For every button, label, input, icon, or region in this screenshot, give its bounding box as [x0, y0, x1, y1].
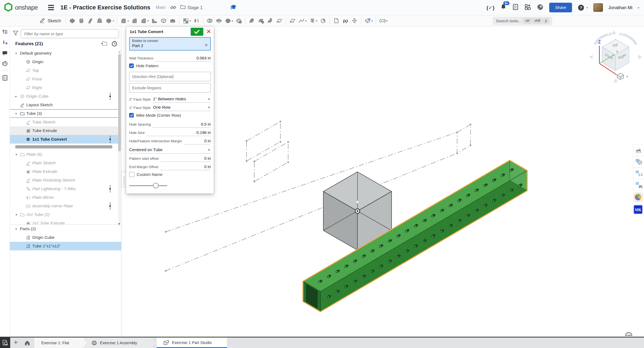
home-tab-button[interactable]: [21, 338, 33, 348]
toolbar-replace-face-button[interactable]: [275, 16, 284, 25]
toolbar-delete-part-button[interactable]: [234, 16, 243, 25]
tab-exercise-1-flat[interactable]: Exercise 1: Flat: [34, 338, 87, 348]
toolbar-extrude-button[interactable]: [68, 16, 77, 25]
dropdown-select[interactable]: 1" Between Holes▾: [153, 97, 211, 103]
toolbar-move-face-button[interactable]: [266, 16, 275, 25]
toolbar-modify-fillet-button[interactable]: [247, 16, 256, 25]
notifications-button[interactable]: 9+: [500, 3, 507, 12]
toolbar-variable-studio-button[interactable]: (x): [341, 16, 350, 25]
toolbar-thicken-button[interactable]: ▾: [104, 16, 115, 25]
tree-item-plate-mirror[interactable]: Plate Mirror: [10, 193, 121, 202]
tree-item-assembly-mirror-plate[interactable]: AmAssembly mirror Plate: [10, 202, 121, 210]
tab-manager-button[interactable]: [0, 338, 10, 348]
draft-dropdown-caret[interactable]: ▾: [147, 19, 149, 22]
document-title[interactable]: 1E - Practice Exercise Solutions: [60, 4, 150, 11]
dropdown-select[interactable]: Centered on Tube▾: [129, 147, 211, 154]
dialog-cancel-button[interactable]: ✕: [206, 29, 211, 35]
toolbar-linear-pattern-button[interactable]: ▾: [181, 16, 192, 25]
fillet-dropdown-caret[interactable]: ▾: [127, 19, 129, 22]
toolbar-custom-features-button[interactable]: {}▾: [378, 16, 389, 25]
add-tab-button[interactable]: +: [10, 338, 21, 348]
toolbar-revolve-button[interactable]: [77, 16, 86, 25]
filter-input[interactable]: [21, 29, 119, 38]
tree-item-2x1-tube-2-[interactable]: ▾2x1 Tube (2): [10, 210, 121, 219]
tree-item-1x1-tube-convert[interactable]: 1x1 Tube Convert: [10, 135, 121, 144]
tree-item-origin-cube[interactable]: Origin Cube: [10, 233, 121, 242]
toolbar-mirror-button[interactable]: [192, 16, 201, 25]
sheet-metal-table-button[interactable]: [633, 156, 644, 168]
tab-exercise-1-part-studio[interactable]: Exercise 1 Part Studio: [157, 338, 227, 348]
tree-item-origin-cube[interactable]: ▸Origin Cube: [10, 92, 121, 101]
tree-item-default-geometry[interactable]: ▾Default geometry: [10, 49, 121, 58]
user-name[interactable]: Jonathan Mi: [608, 5, 632, 10]
tree-item-plate-6-[interactable]: ▾Plate (6): [10, 150, 121, 159]
expand-caret-icon[interactable]: ▾: [13, 112, 19, 115]
checkbox-icon[interactable]: [129, 172, 134, 177]
view-cube[interactable]: TopFrontRightZXY: [587, 29, 644, 82]
checkbox-icon[interactable]: [129, 113, 134, 118]
tree-item-top[interactable]: Top: [10, 66, 121, 75]
toolbar-offset-surface-button[interactable]: [319, 16, 328, 25]
bodies-to-convert-field[interactable]: Bodies to convertPart 2✕: [129, 37, 211, 51]
expand-caret-icon[interactable]: ▾: [13, 227, 19, 231]
toolbar-plane-button[interactable]: [288, 16, 297, 25]
toolbar-split-button[interactable]: [214, 16, 223, 25]
tasks-button[interactable]: [512, 3, 519, 12]
custom-features-dropdown-caret[interactable]: ▾: [386, 19, 388, 22]
drag-handle-icon[interactable]: [109, 93, 111, 100]
field-value-input[interactable]: 0.5 in: [152, 122, 211, 128]
field-value-input[interactable]: 0 in: [160, 156, 211, 162]
rail-feature-list-button[interactable]: [2, 29, 8, 35]
field-value-input[interactable]: 0.063 in: [155, 56, 211, 62]
thicken-dropdown-caret[interactable]: ▾: [113, 19, 114, 22]
drag-handle-icon[interactable]: [109, 185, 111, 192]
toolbar-transform-button[interactable]: ▾: [223, 16, 234, 25]
tree-item-origin[interactable]: Origin: [10, 58, 121, 66]
origin-marker[interactable]: [355, 209, 360, 214]
toolbar-sketch-button[interactable]: Sketch: [39, 17, 61, 24]
tree-item-layout-sketch[interactable]: Layout Sketch: [10, 101, 121, 109]
dropdown-select[interactable]: One Row▾: [153, 105, 211, 111]
tree-item-tube-3-[interactable]: ▾Tube (3): [10, 109, 121, 118]
field-value-input[interactable]: 0 in: [184, 139, 211, 144]
toolbar-delete-face-button[interactable]: [256, 16, 266, 25]
toolbar-display-states-button[interactable]: ▾: [363, 16, 374, 25]
workspace-label[interactable]: Main: [156, 5, 166, 10]
named-positions-table-button[interactable]: {□}: [633, 167, 644, 179]
onshape-logo[interactable]: onshape: [4, 2, 38, 13]
user-avatar[interactable]: [593, 3, 603, 12]
dialog-accept-button[interactable]: [191, 28, 203, 36]
checkbox-custom-name[interactable]: Custom Name: [129, 170, 211, 179]
help-menu[interactable]: ? ▾: [577, 4, 588, 11]
mk-app-button[interactable]: MK: [633, 204, 643, 215]
slider-track[interactable]: [129, 185, 167, 186]
scroll-thumb[interactable]: [118, 54, 121, 151]
toolbar-chamfer-button[interactable]: [130, 16, 139, 25]
tree-item-part-lightening-ribs[interactable]: Part Lightening - ? Ribs: [10, 184, 121, 193]
helix-dropdown-caret[interactable]: ▾: [316, 19, 317, 22]
toolbar-derived-button[interactable]: [350, 16, 359, 25]
ai-assistant-button[interactable]: [537, 3, 544, 12]
rail-insert-feature-button[interactable]: [2, 40, 8, 46]
view-options-button[interactable]: ▾: [616, 73, 628, 80]
toolbar-loft-button[interactable]: [95, 16, 104, 25]
variables-table-button[interactable]: (x): [633, 179, 644, 191]
parts-group-row[interactable]: ▾Parts (2): [10, 225, 121, 233]
tree-item-front[interactable]: Front: [10, 75, 121, 83]
scroll-up-arrow[interactable]: ▲: [118, 51, 121, 53]
toolbar-shell-button[interactable]: [159, 16, 168, 25]
app-store-button[interactable]: [524, 3, 531, 12]
user-menu-caret-icon[interactable]: ▾: [638, 6, 639, 9]
expand-caret-icon[interactable]: ▾: [13, 52, 19, 55]
tree-item-plate-sketch[interactable]: Plate Sketch: [10, 159, 121, 167]
expand-caret-icon[interactable]: ▾: [13, 153, 19, 156]
transform-dropdown-caret[interactable]: ▾: [232, 19, 233, 22]
checkbox-mike-mode-center-row-[interactable]: Mike Mode (Center Row): [129, 111, 211, 119]
expand-caret-icon[interactable]: ▸: [13, 95, 19, 98]
slider-knob[interactable]: [153, 183, 159, 189]
tree-scrollbar[interactable]: ▲ ▼: [118, 51, 121, 226]
search-tools-button[interactable]: Search tools... ctrlshiftp: [493, 17, 552, 25]
drag-handle-icon[interactable]: [109, 203, 111, 209]
quadrant-app-button[interactable]: [633, 192, 643, 202]
scroll-down-arrow[interactable]: ▼: [118, 222, 121, 225]
